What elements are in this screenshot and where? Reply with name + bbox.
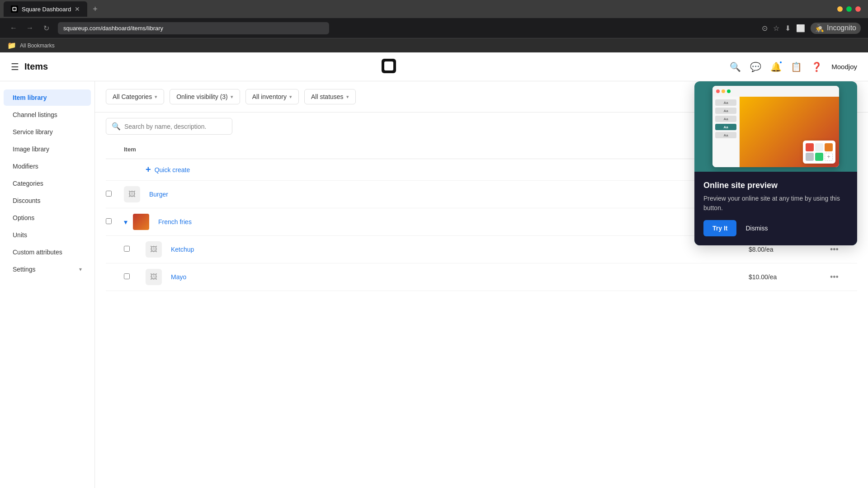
all-categories-chevron-icon: ▾ (155, 94, 157, 100)
try-it-button[interactable]: Try It (703, 220, 736, 236)
close-tab-icon[interactable]: ✕ (75, 5, 80, 13)
mayo-thumbnail: 🖼 (146, 269, 162, 285)
settings-arrow-icon: ▾ (79, 266, 82, 272)
color-add-button[interactable]: + (825, 153, 833, 161)
new-tab-button[interactable]: + (89, 3, 101, 16)
page-title: Items (24, 61, 48, 72)
mock-browser-content: Aa Aa Aa Aa Aa (712, 97, 839, 167)
profile-icon[interactable]: ⬜ (796, 24, 805, 33)
maximize-button[interactable] (846, 6, 852, 12)
url-input[interactable] (58, 22, 329, 34)
all-statuses-chevron-icon: ▾ (346, 94, 349, 100)
mock-aa-2: Aa (715, 108, 736, 114)
tab-title: Square Dashboard (22, 6, 71, 13)
quick-create-label[interactable]: Quick create (155, 166, 190, 174)
download-icon[interactable]: ⬇ (785, 24, 791, 33)
tab-bar: Square Dashboard ✕ + (0, 0, 868, 18)
mock-aa-1: Aa (715, 99, 736, 106)
help-icon[interactable]: ❓ (811, 61, 822, 72)
search-input[interactable] (124, 123, 226, 130)
search-icon[interactable]: 🔍 (730, 61, 741, 72)
fries-checkbox[interactable] (106, 218, 124, 226)
square-logo (381, 58, 397, 74)
item-column-header: Item (124, 146, 749, 153)
notification-dot (779, 61, 783, 64)
color-swatch-green[interactable] (815, 153, 823, 161)
notification-icon[interactable]: 🔔 (770, 61, 782, 72)
close-button[interactable] (855, 6, 861, 12)
sidebar-item-units[interactable]: Units (4, 227, 91, 243)
main-content: All Categories ▾ Online visibility (3) ▾… (95, 81, 868, 488)
popup-title: Online site preview (703, 181, 848, 190)
ketchup-checkbox[interactable] (124, 245, 142, 253)
header-right: 🔍 💬 🔔 📋 ❓ Moodjoy (730, 61, 857, 72)
sidebar-item-image-library[interactable]: Image library (4, 141, 91, 157)
address-bar: ← → ↻ ⊙ ☆ ⬇ ⬜ 🕵 Incognito (0, 18, 868, 38)
color-swatch-gray[interactable] (806, 153, 814, 161)
sidebar-item-channel-listings[interactable]: Channel listings (4, 107, 91, 123)
message-icon[interactable]: 💬 (750, 61, 761, 72)
mayo-name[interactable]: Mayo (171, 273, 186, 281)
fries-expand-button[interactable]: ▾ (124, 218, 127, 226)
bookmarks-folder-icon: 📁 (7, 41, 16, 50)
burger-checkbox-input[interactable] (106, 191, 112, 197)
color-swatch-orange[interactable] (825, 143, 833, 151)
sidebar-item-settings[interactable]: Settings ▾ (4, 261, 91, 277)
fries-thumbnail (133, 214, 149, 230)
ketchup-name[interactable]: Ketchup (171, 246, 194, 253)
mayo-checkbox-input[interactable] (124, 273, 130, 279)
popup-buttons: Try It Dismiss (703, 220, 848, 236)
browser-actions: ⊙ ☆ ⬇ ⬜ 🕵 Incognito (762, 23, 861, 34)
burger-name[interactable]: Burger (149, 191, 168, 198)
color-swatch-light[interactable] (815, 143, 823, 151)
sidebar-item-options[interactable]: Options (4, 210, 91, 226)
reload-button[interactable]: ↻ (40, 22, 52, 34)
clipboard-icon[interactable]: 📋 (791, 61, 802, 72)
search-input-icon: 🔍 (112, 122, 121, 131)
ketchup-checkbox-input[interactable] (124, 246, 130, 252)
color-panel: + (803, 141, 835, 164)
mayo-checkbox[interactable] (124, 273, 142, 281)
mock-aa-5: Aa (715, 132, 736, 138)
burger-checkbox[interactable] (106, 190, 124, 198)
dismiss-button[interactable]: Dismiss (742, 220, 771, 236)
fries-checkbox-input[interactable] (106, 218, 112, 224)
mayo-row-actions[interactable]: ••• (830, 272, 857, 282)
user-name[interactable]: Moodjoy (831, 63, 857, 70)
all-bookmarks-link[interactable]: All Bookmarks (20, 42, 55, 49)
online-visibility-filter[interactable]: Online visibility (3) ▾ (170, 89, 240, 104)
mock-aa-selected: Aa (715, 124, 736, 130)
sidebar-item-modifiers[interactable]: Modifiers (4, 158, 91, 174)
sidebar-item-item-library[interactable]: Item library (4, 89, 91, 106)
incognito-badge: 🕵 Incognito (811, 23, 861, 34)
header-logo (381, 58, 397, 76)
online-preview-card: Aa Aa Aa Aa Aa (694, 81, 857, 245)
active-tab[interactable]: Square Dashboard ✕ (4, 1, 87, 17)
lens-icon[interactable]: ⊙ (762, 24, 768, 33)
back-button[interactable]: ← (7, 22, 20, 34)
app-body: Item library Channel listings Service li… (0, 81, 868, 488)
menu-icon[interactable]: ☰ (11, 61, 19, 72)
quick-create-plus-icon[interactable]: + (146, 164, 151, 175)
all-statuses-filter[interactable]: All statuses ▾ (304, 89, 356, 104)
all-inventory-filter[interactable]: All inventory ▾ (245, 89, 299, 104)
online-visibility-chevron-icon: ▾ (231, 94, 233, 100)
all-categories-filter[interactable]: All Categories ▾ (106, 89, 164, 104)
color-swatch-red[interactable] (806, 143, 814, 151)
burger-thumbnail: 🖼 (124, 186, 140, 202)
sidebar-item-custom-attributes[interactable]: Custom attributes (4, 244, 91, 260)
ketchup-price: $8.00/ea (749, 246, 830, 253)
bookmark-icon[interactable]: ☆ (773, 24, 779, 33)
all-inventory-chevron-icon: ▾ (289, 94, 292, 100)
popup-description: Preview your online site at any time by … (703, 194, 848, 213)
sidebar-item-service-library[interactable]: Service library (4, 124, 91, 140)
minimize-button[interactable] (837, 6, 843, 12)
fries-name[interactable]: French fries (158, 218, 192, 225)
sidebar-item-categories[interactable]: Categories (4, 175, 91, 192)
forward-button[interactable]: → (24, 22, 36, 34)
preview-image-area: Aa Aa Aa Aa Aa (694, 81, 857, 172)
mock-minimize-dot (722, 89, 725, 93)
sidebar-item-discounts[interactable]: Discounts (4, 192, 91, 209)
bookmarks-bar: 📁 All Bookmarks (0, 38, 868, 52)
ketchup-row-actions[interactable]: ••• (830, 245, 857, 254)
